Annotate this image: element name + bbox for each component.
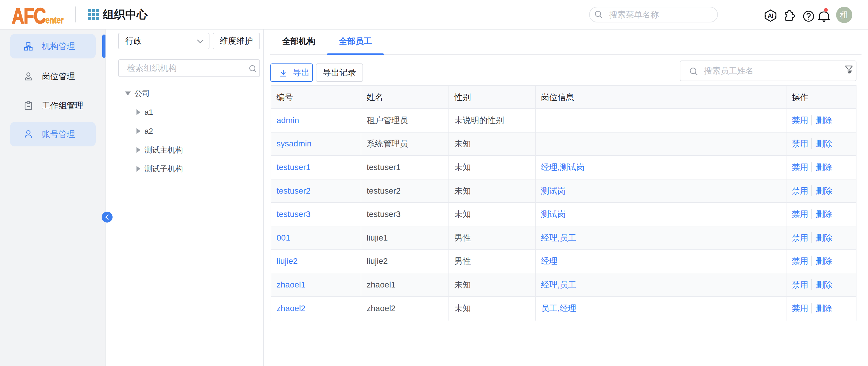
svg-text:AI: AI	[768, 12, 774, 19]
